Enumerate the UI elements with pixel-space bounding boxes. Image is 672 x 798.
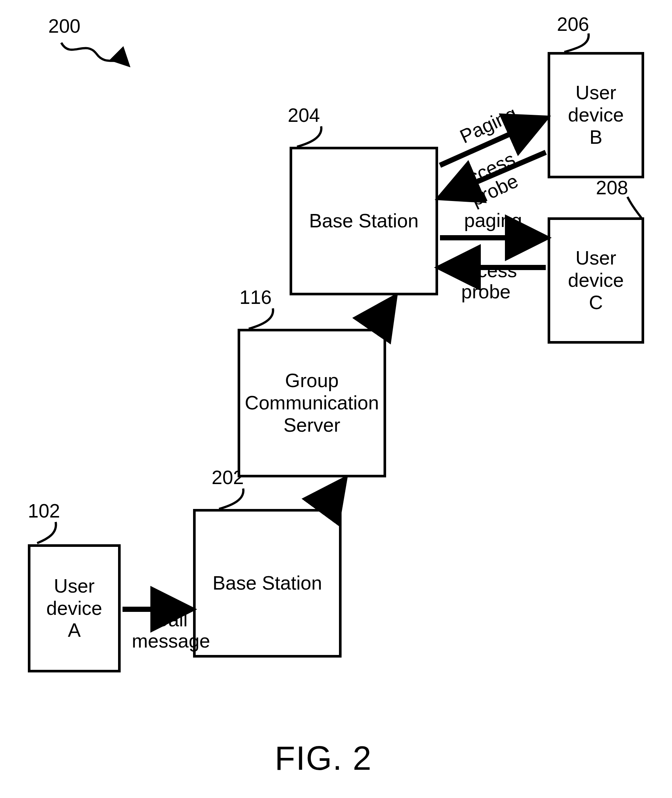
node-user-device-b: User device B (548, 52, 644, 178)
node-user-device-a-label: User device A (46, 575, 102, 642)
figure-caption: FIG. 2 (275, 739, 372, 777)
figure-ref-200: 200 (48, 15, 80, 37)
svg-line-1 (323, 481, 343, 509)
ref-116: 116 (240, 286, 272, 308)
ref-208: 208 (596, 176, 628, 199)
node-group-comm-server-label: Group Communication Server (245, 370, 379, 436)
edge-label-paging-c: paging (464, 210, 522, 231)
node-base-station-1-label: Base Station (213, 572, 322, 594)
node-base-station-2: Base Station (290, 147, 438, 295)
ref-102: 102 (28, 500, 60, 522)
edge-label-call-message: Call message (132, 609, 210, 652)
ref-206: 206 (557, 13, 589, 35)
node-group-comm-server: Group Communication Server (238, 329, 386, 478)
ref-204: 204 (288, 104, 320, 126)
node-user-device-a: User device A (28, 544, 121, 672)
node-user-device-b-label: User device B (568, 82, 624, 148)
diagram-canvas: 200 User device A 102 Base Station 202 G… (0, 0, 672, 798)
edge-label-paging-b: Paging (457, 103, 520, 147)
svg-line-2 (373, 299, 394, 329)
node-user-device-c: User device C (548, 217, 644, 344)
node-user-device-c-label: User device C (568, 247, 624, 314)
edge-label-access-probe-b: Access probe (453, 148, 527, 213)
node-base-station-2-label: Base Station (309, 210, 419, 232)
edge-label-access-probe-c: Access probe (455, 260, 517, 303)
node-base-station-1: Base Station (193, 509, 342, 658)
